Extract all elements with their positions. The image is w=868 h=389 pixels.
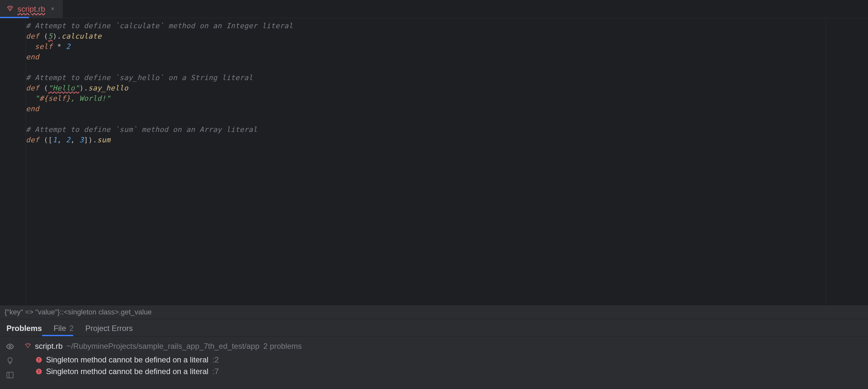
code-line	[26, 114, 826, 124]
ruby-icon	[6, 5, 13, 13]
problem-row[interactable]: Singleton method cannot be defined on a …	[25, 366, 868, 377]
svg-rect-5	[38, 361, 39, 361]
code-line: self * 2	[26, 41, 826, 52]
svg-rect-8	[38, 372, 39, 373]
breadcrumb[interactable]: {"key" => "value"}::<singleton class>.ge…	[0, 305, 868, 319]
editor-gutter	[0, 18, 26, 305]
tab-filename: script.rb	[18, 4, 45, 13]
tab-problems-label: Problems	[6, 324, 42, 333]
problem-file-name: script.rb	[35, 342, 63, 351]
tab-project-errors[interactable]: Project Errors	[85, 324, 133, 333]
code-line: def (5).calculate	[26, 31, 826, 41]
svg-rect-4	[38, 358, 39, 360]
code-line	[26, 62, 826, 73]
code-line: def ([1, 2, 3]).sum	[26, 135, 826, 145]
panel-layout-icon[interactable]	[6, 371, 14, 379]
problems-tabs: Problems File 2 Project Errors	[0, 319, 868, 336]
lightbulb-icon[interactable]	[6, 357, 14, 365]
problem-row[interactable]: Singleton method cannot be defined on a …	[25, 354, 868, 366]
tab-active-indicator	[0, 17, 29, 18]
problem-message: Singleton method cannot be defined on a …	[46, 367, 209, 376]
svg-rect-7	[38, 370, 39, 372]
problems-list: script.rb ~/RubymineProjects/sample_rail…	[20, 340, 868, 379]
problems-tab-indicator	[42, 335, 73, 336]
problems-body: script.rb ~/RubymineProjects/sample_rail…	[0, 336, 868, 389]
code-line: # Attempt to define `say_hello` on a Str…	[26, 73, 826, 83]
tab-file-count: 2	[69, 324, 73, 333]
ruby-icon	[25, 342, 31, 351]
problems-panel: Problems File 2 Project Errors script.rb…	[0, 319, 868, 389]
editor-tab[interactable]: script.rb ×	[0, 0, 63, 18]
tab-problems[interactable]: Problems	[6, 324, 42, 333]
tab-bar: script.rb ×	[0, 0, 868, 18]
problem-line-number: :2	[213, 355, 219, 364]
error-icon	[36, 357, 42, 363]
editor: # Attempt to define `calculate` method o…	[0, 18, 868, 305]
svg-rect-1	[7, 372, 13, 378]
code-line: end	[26, 52, 826, 62]
eye-icon[interactable]	[6, 342, 14, 351]
problems-sidebar	[0, 340, 20, 379]
editor-right-margin	[826, 18, 868, 305]
tab-file[interactable]: File 2	[54, 324, 73, 333]
code-line: # Attempt to define `sum` method on an A…	[26, 124, 826, 135]
tab-file-label: File	[54, 324, 66, 333]
code-area[interactable]: # Attempt to define `calculate` method o…	[26, 18, 826, 305]
problem-message: Singleton method cannot be defined on a …	[46, 355, 209, 364]
tab-project-errors-label: Project Errors	[85, 324, 133, 333]
code-line: # Attempt to define `calculate` method o…	[26, 21, 826, 31]
close-tab-button[interactable]: ×	[49, 5, 56, 13]
code-line: def ("Hello").say_hello	[26, 83, 826, 93]
problem-file-count: 2 problems	[263, 342, 302, 351]
problem-file-header[interactable]: script.rb ~/RubymineProjects/sample_rail…	[25, 340, 868, 354]
problem-file-path: ~/RubymineProjects/sample_rails_app_7th_…	[66, 342, 259, 351]
code-line: "#{self}, World!"	[26, 93, 826, 104]
problem-line-number: :7	[213, 367, 219, 376]
error-icon	[36, 368, 42, 375]
svg-point-0	[9, 345, 11, 348]
code-line: end	[26, 104, 826, 114]
